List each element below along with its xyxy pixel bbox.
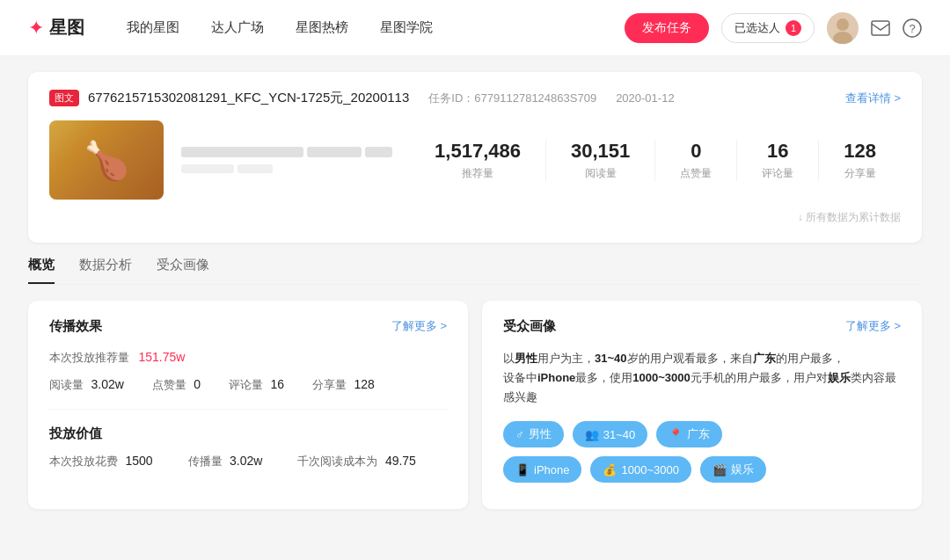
stat-comment: 16 评论量 <box>736 140 818 181</box>
mail-button[interactable] <box>871 20 890 36</box>
task-name: 6776215715302081291_KFC_YCN-1725元_202001… <box>88 90 409 106</box>
task-type-badge: 图文 <box>49 90 79 106</box>
spread-section: 传播效果 了解更多 > 本次投放推荐量 151.75w 阅读量 3.02w 点赞… <box>49 318 447 393</box>
logo-icon: ✦ <box>28 17 44 40</box>
stat-recommend: 1,517,486 推荐量 <box>410 140 545 181</box>
nav-academy[interactable]: 星图学院 <box>380 19 433 36</box>
two-col-layout: 传播效果 了解更多 > 本次投放推荐量 151.75w 阅读量 3.02w 点赞… <box>28 301 922 509</box>
main-nav: 我的星图 达人广场 星图热榜 星图学院 <box>127 19 625 36</box>
tag-region: 📍 广东 <box>656 421 722 447</box>
tab-audience[interactable]: 受众画像 <box>157 257 209 284</box>
interest-icon: 🎬 <box>712 463 727 476</box>
main-content: 图文 6776215715302081291_KFC_YCN-1725元_202… <box>0 56 950 525</box>
avatar[interactable] <box>827 12 859 44</box>
stat-like: 0 点赞量 <box>654 140 736 181</box>
nav-hot[interactable]: 星图热榜 <box>296 19 348 36</box>
tab-overview[interactable]: 概览 <box>28 257 55 284</box>
header-right: 发布任务 已选达人 1 ? <box>625 12 922 44</box>
invest-value-section: 投放价值 本次投放花费 1500 传播量 3.02w 千次阅读成本为 49.75 <box>49 425 447 469</box>
help-button[interactable]: ? <box>902 18 922 38</box>
right-panel: 受众画像 了解更多 > 以男性用户为主，31~40岁的用户观看最多，来自广东的用… <box>482 301 922 509</box>
spread-learn-more[interactable]: 了解更多 > <box>391 318 447 334</box>
selected-button[interactable]: 已选达人 1 <box>721 13 815 43</box>
tag-gender: ♂ 男性 <box>503 421 564 447</box>
selected-badge: 1 <box>786 20 801 36</box>
tag-device: 📱 iPhone <box>503 456 581 483</box>
task-meta: 任务ID：677911278124863S709 <box>428 91 596 106</box>
gender-icon: ♂ <box>515 428 524 441</box>
header: ✦ 星图 我的星图 达人广场 星图热榜 星图学院 发布任务 已选达人 1 <box>0 0 950 56</box>
logo-text: 星图 <box>49 16 84 40</box>
tag-price: 💰 1000~3000 <box>590 456 691 483</box>
share-metric: 分享量 128 <box>312 376 375 393</box>
task-detail-link[interactable]: 查看详情 > <box>845 91 901 106</box>
audience-learn-more[interactable]: 了解更多 > <box>845 318 901 334</box>
post-info <box>181 147 392 173</box>
value-row: 本次投放花费 1500 传播量 3.02w 千次阅读成本为 49.75 <box>49 453 447 469</box>
price-icon: 💰 <box>603 463 617 476</box>
svg-text:?: ? <box>909 22 915 35</box>
device-icon: 📱 <box>515 463 530 476</box>
audience-title: 受众画像 了解更多 > <box>503 318 901 335</box>
svg-rect-3 <box>872 21 889 35</box>
task-card: 图文 6776215715302081291_KFC_YCN-1725元_202… <box>28 72 922 243</box>
spread-title: 传播效果 了解更多 > <box>49 318 447 335</box>
spread-metrics-inline: 阅读量 3.02w 点赞量 0 评论量 16 分享量 128 <box>49 376 447 393</box>
read-metric: 阅读量 3.02w <box>49 376 124 393</box>
left-panel: 传播效果 了解更多 > 本次投放推荐量 151.75w 阅读量 3.02w 点赞… <box>28 301 468 509</box>
spread-item: 传播量 3.02w <box>188 453 263 469</box>
logo: ✦ 星图 <box>28 16 84 40</box>
like-metric: 点赞量 0 <box>152 376 201 393</box>
invest-value-title: 投放价值 <box>49 425 447 442</box>
cpm-item: 千次阅读成本为 49.75 <box>297 453 416 469</box>
nav-influencer[interactable]: 达人广场 <box>211 19 264 36</box>
tab-data-analysis[interactable]: 数据分析 <box>79 257 132 284</box>
svg-point-1 <box>837 18 849 31</box>
invest-metric: 本次投放推荐量 151.75w <box>49 349 447 366</box>
comment-metric: 评论量 16 <box>229 376 284 393</box>
task-date: 2020-01-12 <box>616 91 675 105</box>
stats-row: 1,517,486 推荐量 30,151 阅读量 0 点赞量 16 评论量 12… <box>410 140 901 181</box>
audience-description: 以男性用户为主，31~40岁的用户观看最多，来自广东的用户最多， 设备中iPho… <box>503 349 901 407</box>
audience-tags-row1: ♂ 男性 👥 31~40 📍 广东 <box>503 421 901 447</box>
task-header: 图文 6776215715302081291_KFC_YCN-1725元_202… <box>49 90 901 106</box>
nav-my[interactable]: 我的星图 <box>127 19 179 36</box>
stat-share: 128 分享量 <box>818 140 901 181</box>
region-icon: 📍 <box>669 428 683 441</box>
post-thumbnail <box>49 120 164 200</box>
data-note: ↓ 所有数据为累计数据 <box>49 210 901 225</box>
tabs: 概览 数据分析 受众画像 <box>28 257 922 285</box>
age-icon: 👥 <box>585 428 599 441</box>
cost-item: 本次投放花费 1500 <box>49 453 153 469</box>
tag-age: 👥 31~40 <box>573 421 648 447</box>
tag-interest: 🎬 娱乐 <box>700 456 766 483</box>
publish-button[interactable]: 发布任务 <box>625 13 709 43</box>
stat-read: 30,151 阅读量 <box>545 140 654 181</box>
audience-tags-row2: 📱 iPhone 💰 1000~3000 🎬 娱乐 <box>503 456 901 483</box>
content-row: 1,517,486 推荐量 30,151 阅读量 0 点赞量 16 评论量 12… <box>49 120 901 200</box>
